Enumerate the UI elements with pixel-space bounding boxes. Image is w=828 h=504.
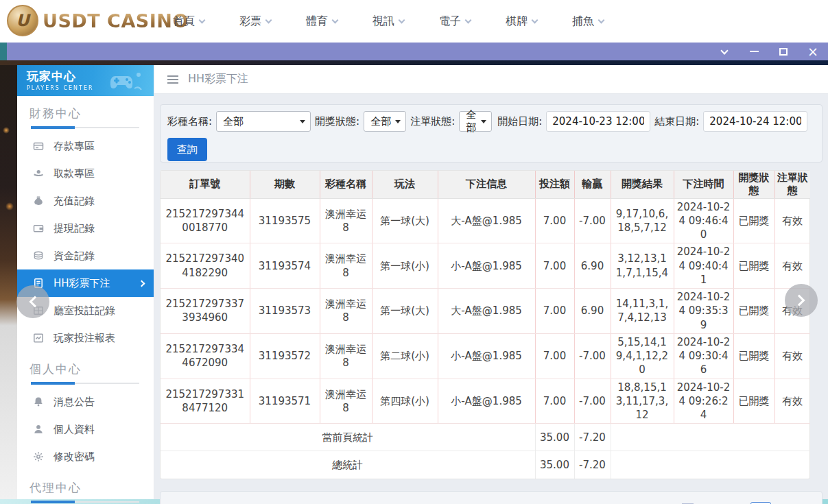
cell-bet-time: 2024-10-24 09:30:46 — [674, 333, 733, 379]
cell-order-no: 2152172973404182290 — [161, 243, 250, 289]
carousel-prev-button[interactable] — [16, 285, 49, 318]
lottery-name-value: 全部 — [223, 115, 244, 128]
window-border-corner — [0, 43, 7, 60]
site-logo[interactable]: U USDT CASINO — [7, 5, 189, 36]
cell-bet-info: 大-A盤@1.985 — [438, 289, 535, 334]
summary-label: 當前頁統計 — [161, 424, 535, 451]
cell-play-type: 第一球(大) — [372, 289, 438, 334]
sidebar-header: 玩家中心 PLAYERS CENTER — [17, 65, 154, 96]
report-chart-icon — [33, 333, 44, 344]
cell-order-status: 有效 — [774, 243, 810, 289]
cell-draw-status: 已開獎 — [733, 289, 774, 334]
cell-bet-time: 2024-10-24 09:35:39 — [674, 289, 733, 334]
summary-empty — [611, 451, 810, 479]
table-row: 215217297344001877031193575澳洲幸运8第一球(大)大-… — [161, 198, 810, 243]
end-date-label: 結束日期: — [654, 115, 699, 128]
lottery-name-select[interactable]: 全部 — [216, 111, 311, 132]
sidebar-item-資金記錄[interactable]: 資金記錄 — [17, 242, 154, 269]
column-header-訂單號: 訂單號 — [161, 171, 250, 198]
nav-item-6[interactable]: 棋牌 — [506, 14, 537, 29]
summary-empty — [611, 424, 810, 451]
grand-total-summary-row: 總統計35.00-7.20 — [161, 451, 810, 479]
sidebar-item-玩家投注報表[interactable]: 玩家投注報表 — [17, 324, 154, 352]
chevron-down-icon — [265, 16, 272, 23]
sidebar-item-提現記錄[interactable]: 提現記錄 — [17, 215, 154, 242]
cell-draw-result: 5,15,14,19,4,1,12,20 — [611, 333, 674, 379]
gamepad-icon — [108, 71, 144, 93]
window-maximize-button[interactable] — [775, 45, 792, 58]
wallet-icon — [33, 223, 44, 234]
nav-item-label: 棋牌 — [506, 14, 528, 29]
sidebar-item-充值記錄[interactable]: 充值記錄 — [17, 187, 154, 215]
order-status-value: 全部 — [466, 108, 479, 134]
cell-play-type: 第二球(小) — [372, 333, 438, 379]
deposit-card-icon — [33, 141, 44, 152]
top-navbar: U USDT CASINO 首頁彩票體育視訊電子棋牌捕魚 — [0, 0, 828, 43]
cell-lottery-name: 澳洲幸运8 — [320, 243, 372, 289]
cell-play-type: 第一球(小) — [372, 243, 438, 289]
sidebar-section-items: 存款專區取款專區充值記錄提現記錄資金記錄HH彩票下注廳室投註記錄玩家投注報表 — [17, 132, 154, 352]
nav-item-label: 彩票 — [239, 14, 261, 29]
table-row: 215217297331847712031193571澳洲幸运8第四球(小)小-… — [161, 379, 810, 424]
sidebar-item-label: 消息公告 — [54, 396, 95, 409]
cell-bet-time: 2024-10-24 09:40:41 — [674, 243, 733, 289]
cell-bet-amount: 7.00 — [535, 379, 574, 424]
end-date-input[interactable] — [703, 111, 807, 132]
column-header-投注額: 投注額 — [535, 171, 574, 198]
sidebar-item-label: 取款專區 — [54, 167, 95, 180]
cell-bet-info: 小-A盤@1.985 — [438, 379, 535, 424]
main-menu: 首頁彩票體育視訊電子棋牌捕魚 — [173, 0, 604, 43]
cell-period: 31193575 — [250, 198, 320, 243]
sidebar: 玩家中心 PLAYERS CENTER 財務中心存款專區取款專區充值記錄提現記錄… — [17, 65, 154, 499]
coins-icon — [33, 250, 44, 261]
column-header-開獎結果: 開獎結果 — [611, 171, 674, 198]
start-date-input[interactable] — [546, 111, 650, 132]
cell-period: 31193571 — [250, 379, 320, 424]
sidebar-item-修改密碼[interactable]: 修改密碼 — [17, 443, 154, 470]
cell-bet-amount: 7.00 — [535, 243, 574, 289]
cell-draw-status: 已開獎 — [733, 333, 774, 379]
nav-item-1[interactable]: 首頁 — [173, 14, 204, 29]
sidebar-item-label: 資金記錄 — [54, 250, 95, 263]
window-dropdown-button[interactable] — [716, 45, 733, 58]
order-status-select[interactable]: 全部 — [459, 111, 492, 132]
app-window: U USDT CASINO 首頁彩票體育視訊電子棋牌捕魚 × 玩家中心 PLAY… — [0, 0, 828, 504]
summary-winloss-total: -7.20 — [574, 451, 611, 479]
hamburger-menu-icon[interactable] — [167, 75, 178, 84]
cell-draw-result: 18,8,15,13,11,17,3,12 — [611, 379, 674, 424]
nav-item-label: 捕魚 — [572, 14, 594, 29]
cell-order-status: 有效 — [774, 333, 810, 379]
column-header-彩種名稱: 彩種名稱 — [320, 171, 372, 198]
sidebar-item-存款專區[interactable]: 存款專區 — [17, 132, 154, 160]
nav-item-7[interactable]: 捕魚 — [572, 14, 604, 29]
nav-item-5[interactable]: 電子 — [439, 14, 471, 29]
window-minimize-button[interactable] — [746, 45, 762, 58]
chevron-down-icon — [399, 16, 405, 23]
draw-status-select[interactable]: 全部 — [364, 111, 406, 132]
logo-emblem-icon: U — [7, 5, 38, 36]
column-header-開獎狀態: 開獎狀態 — [733, 171, 774, 198]
sidebar-item-取款專區[interactable]: 取款專區 — [17, 160, 154, 187]
order-status-label: 注單狀態: — [410, 115, 455, 128]
draw-status-value: 全部 — [370, 115, 391, 128]
nav-item-3[interactable]: 體育 — [306, 14, 338, 29]
sidebar-item-label: 玩家投注報表 — [54, 332, 115, 345]
nav-item-4[interactable]: 視訊 — [372, 14, 404, 29]
cell-draw-result: 9,17,10,6,18,5,7,12 — [611, 198, 674, 243]
nav-item-2[interactable]: 彩票 — [239, 14, 271, 29]
chevron-left-icon — [29, 296, 41, 308]
carousel-next-button[interactable] — [785, 284, 818, 317]
chevron-down-icon — [598, 16, 605, 23]
sidebar-item-個人資料[interactable]: 個人資料 — [17, 416, 154, 443]
sidebar-item-label: 充值記錄 — [54, 195, 95, 208]
start-date-label: 開始日期: — [497, 115, 542, 128]
filter-panel: 彩種名稱: 全部 開獎狀態: 全部 注單狀態: 全部 開始日期: 結束日期: 查… — [160, 104, 823, 163]
window-close-button[interactable]: × — [805, 45, 821, 58]
sidebar-section-items: 消息公告個人資料修改密碼 — [17, 388, 154, 470]
window-titlebar: × — [7, 43, 828, 60]
cell-order-no: 2152172973318477120 — [161, 379, 250, 424]
summary-bet-total: 35.00 — [535, 451, 574, 479]
column-header-下注信息: 下注信息 — [438, 171, 535, 198]
sidebar-item-消息公告[interactable]: 消息公告 — [17, 388, 154, 416]
search-button[interactable]: 查詢 — [167, 138, 207, 161]
